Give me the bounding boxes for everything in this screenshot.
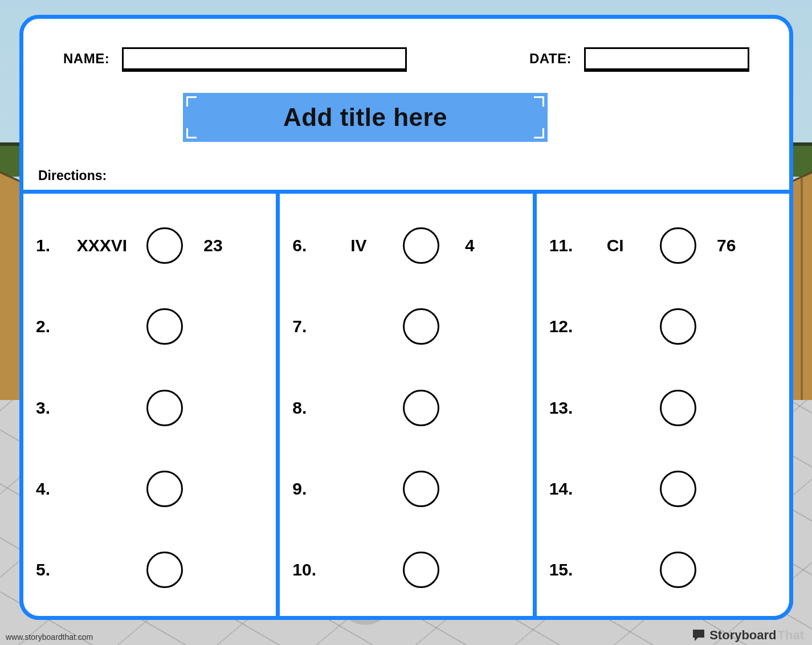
- problem-number: 1.: [36, 236, 68, 255]
- title-text: Add title here: [283, 103, 447, 132]
- roman-numeral: XXXVI: [68, 236, 136, 255]
- problem-row: 8.: [292, 367, 520, 448]
- problem-row: 13.: [549, 367, 777, 448]
- problem-number: 10.: [292, 560, 324, 579]
- title-box[interactable]: Add title here: [183, 93, 548, 142]
- answer-circle[interactable]: [146, 227, 183, 264]
- problem-number: 14.: [549, 479, 581, 499]
- selection-corner-icon: [186, 96, 197, 107]
- footer-brand: Storyboard That: [691, 628, 804, 643]
- problem-number: 13.: [549, 398, 581, 418]
- problem-number: 4.: [36, 479, 68, 499]
- directions-label: Directions:: [38, 168, 107, 183]
- problem-column: 1.XXXVI232.3.4.5.: [19, 190, 280, 620]
- answer-circle[interactable]: [403, 471, 439, 507]
- date-input[interactable]: [584, 47, 749, 70]
- problem-number: 6.: [292, 236, 324, 255]
- speech-bubble-icon: [691, 628, 706, 642]
- answer-circle[interactable]: [660, 308, 696, 345]
- problem-row: 11.CI76: [549, 205, 777, 286]
- problem-row: 1.XXXVI23: [36, 205, 263, 286]
- problem-number: 8.: [292, 398, 324, 418]
- answer-circle[interactable]: [403, 552, 439, 588]
- answer-circle[interactable]: [660, 227, 696, 264]
- problem-row: 7.: [292, 286, 520, 367]
- answer-circle[interactable]: [403, 390, 439, 426]
- problem-row: 5.: [36, 529, 263, 610]
- problem-grid: 1.XXXVI232.3.4.5.6.IV47.8.9.10.11.CI7612…: [19, 190, 793, 620]
- problem-number: 3.: [36, 398, 68, 418]
- answer-circle[interactable]: [660, 552, 696, 588]
- arabic-number: 4: [450, 236, 489, 255]
- answer-circle[interactable]: [146, 552, 183, 588]
- roman-numeral: CI: [581, 236, 650, 255]
- answer-circle[interactable]: [146, 390, 183, 426]
- problem-number: 5.: [36, 560, 68, 579]
- arabic-number: 23: [193, 236, 233, 255]
- problem-row: 6.IV4: [292, 205, 520, 286]
- arabic-number: 76: [707, 236, 746, 255]
- selection-corner-icon: [534, 128, 544, 138]
- problem-number: 9.: [292, 479, 324, 499]
- name-input[interactable]: [122, 47, 407, 70]
- footer-brand-b: That: [778, 628, 804, 643]
- name-label: NAME:: [63, 51, 109, 67]
- problem-row: 14.: [549, 448, 777, 529]
- answer-circle[interactable]: [146, 471, 183, 507]
- answer-circle[interactable]: [403, 308, 439, 345]
- problem-row: 12.: [549, 286, 777, 367]
- worksheet-stage: NAME: DATE: Add title here Directions: 1…: [0, 0, 812, 645]
- selection-corner-icon: [534, 96, 544, 107]
- footer-brand-a: Storyboard: [709, 628, 776, 643]
- selection-corner-icon: [186, 128, 197, 138]
- problem-number: 12.: [549, 317, 581, 336]
- problem-number: 2.: [36, 317, 68, 336]
- problem-row: 4.: [36, 448, 263, 529]
- problem-row: 3.: [36, 367, 263, 448]
- problem-row: 9.: [292, 448, 520, 529]
- date-label: DATE:: [529, 51, 572, 67]
- problem-number: 15.: [549, 560, 581, 579]
- problem-row: 2.: [36, 286, 263, 367]
- roman-numeral: IV: [324, 236, 393, 255]
- answer-circle[interactable]: [146, 308, 183, 345]
- answer-circle[interactable]: [403, 227, 439, 264]
- footer-url: www.storyboardthat.com: [6, 632, 93, 642]
- problem-row: 10.: [292, 529, 520, 610]
- problem-number: 11.: [549, 236, 581, 255]
- date-group: DATE:: [529, 47, 749, 70]
- header-row: NAME: DATE:: [63, 47, 749, 70]
- answer-circle[interactable]: [660, 471, 696, 507]
- answer-circle[interactable]: [660, 390, 696, 426]
- worksheet-card: NAME: DATE: Add title here Directions: 1…: [19, 15, 793, 620]
- problem-row: 15.: [549, 529, 777, 610]
- problem-number: 7.: [292, 317, 324, 336]
- problem-column: 6.IV47.8.9.10.: [276, 190, 536, 620]
- problem-column: 11.CI7612.13.14.15.: [533, 190, 793, 620]
